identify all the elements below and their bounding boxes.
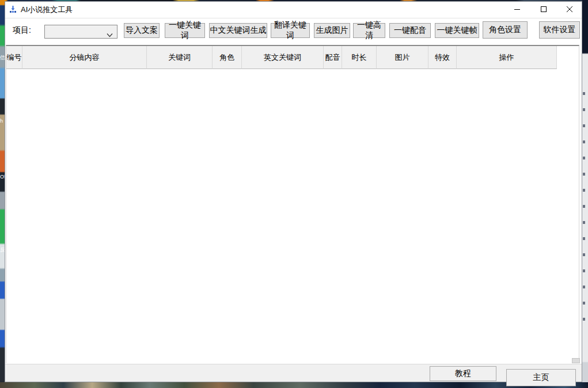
desktop-wallpaper-left-strip: 信 h Of 反 xyxy=(0,0,5,388)
translate-keywords-button[interactable]: 翻译关键词 xyxy=(271,23,310,38)
close-icon xyxy=(566,5,573,15)
minimize-button[interactable] xyxy=(504,2,530,18)
software-settings-button[interactable]: 软件设置 xyxy=(539,21,580,39)
app-icon xyxy=(9,5,17,14)
one-key-hd-button[interactable]: 一键高清 xyxy=(353,23,385,38)
home-button[interactable]: 主页 xyxy=(506,369,576,386)
desktop-wallpaper-bottom-strip xyxy=(0,382,588,388)
import-script-button[interactable]: 导入文案 xyxy=(124,23,160,38)
chinese-keywords-gen-button[interactable]: 中文关键词生成 xyxy=(209,23,267,38)
col-actions[interactable]: 操作 xyxy=(457,46,557,69)
app-window: AI小说推文工具 项目: 导入文案 一键关键词 中文关键词生成 翻译关键词 生成… xyxy=(5,1,582,382)
generate-images-button[interactable]: 生成图片 xyxy=(314,23,350,38)
one-key-keyframe-button[interactable]: 一键关键帧 xyxy=(435,23,479,38)
table-header-filler xyxy=(557,46,579,69)
role-settings-button[interactable]: 角色设置 xyxy=(483,21,528,39)
desktop-icon-label-fragment: Of xyxy=(0,174,5,180)
close-button[interactable] xyxy=(557,2,582,18)
chevron-down-icon xyxy=(107,29,113,40)
background-window-edge-strip xyxy=(582,0,588,388)
storyboard-table: 编号 分镜内容 关键词 角色 英文关键词 配音 时长 图片 特效 操作 xyxy=(6,45,579,363)
col-dubbing[interactable]: 配音 xyxy=(324,46,342,69)
col-image[interactable]: 图片 xyxy=(377,46,428,69)
one-key-dubbing-button[interactable]: 一键配音 xyxy=(389,23,431,38)
minimize-icon xyxy=(514,5,521,15)
desktop-icon-label-fragment: 信 xyxy=(0,55,5,60)
col-effects[interactable]: 特效 xyxy=(428,46,457,69)
maximize-button[interactable] xyxy=(530,2,557,18)
col-english-keywords[interactable]: 英文关键词 xyxy=(242,46,324,69)
scrollbar-corner xyxy=(572,358,580,363)
col-number[interactable]: 编号 xyxy=(6,46,22,69)
col-storyboard-content[interactable]: 分镜内容 xyxy=(22,46,147,69)
col-keywords[interactable]: 关键词 xyxy=(147,46,213,69)
window-title: AI小说推文工具 xyxy=(21,2,73,18)
titlebar[interactable]: AI小说推文工具 xyxy=(5,2,582,18)
one-key-keywords-button[interactable]: 一键关键词 xyxy=(165,23,205,38)
table-body-empty[interactable] xyxy=(6,69,579,364)
desktop-icon-label-fragment: 反 xyxy=(0,248,5,253)
tutorial-button[interactable]: 教程 xyxy=(430,366,496,381)
maximize-icon xyxy=(540,5,547,15)
table-header-row: 编号 分镜内容 关键词 角色 英文关键词 配音 时长 图片 特效 操作 xyxy=(6,46,579,69)
col-role[interactable]: 角色 xyxy=(213,46,242,69)
project-select[interactable] xyxy=(44,25,117,39)
col-duration[interactable]: 时长 xyxy=(342,46,377,69)
project-label: 项目: xyxy=(13,25,31,36)
desktop-icon-label-fragment: h xyxy=(0,119,3,124)
titlebar-separator xyxy=(5,18,582,18)
